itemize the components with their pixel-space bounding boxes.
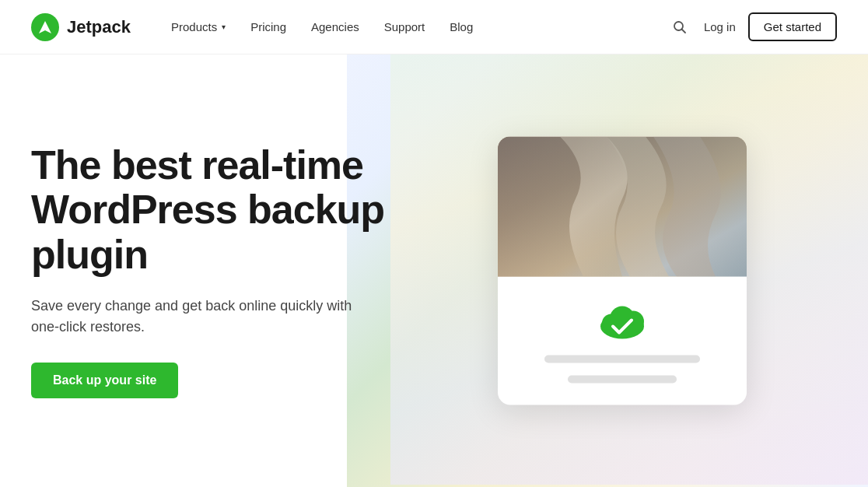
card-image-overlay xyxy=(498,137,747,277)
navbar: Jetpack Products ▾ Pricing Agencies Supp… xyxy=(0,0,868,54)
login-link[interactable]: Log in xyxy=(704,20,736,33)
svg-line-2 xyxy=(681,29,685,33)
main-content: The best real-time WordPress backup plug… xyxy=(0,54,868,487)
chevron-down-icon: ▾ xyxy=(222,23,226,31)
cloud-check-icon xyxy=(594,300,650,343)
card-line-long xyxy=(544,356,700,363)
nav-link-support[interactable]: Support xyxy=(375,16,435,38)
nav-link-pricing[interactable]: Pricing xyxy=(241,16,296,38)
nav-link-agencies[interactable]: Agencies xyxy=(302,16,369,38)
nav-right: Log in Get started xyxy=(668,12,837,41)
hero-visual xyxy=(474,54,837,487)
svg-marker-0 xyxy=(39,21,51,33)
hero-card xyxy=(498,137,747,405)
nav-links: Products ▾ Pricing Agencies Support Blog xyxy=(162,16,668,38)
card-image xyxy=(498,137,747,277)
logo-icon xyxy=(31,13,59,41)
hero-text: The best real-time WordPress backup plug… xyxy=(31,143,474,398)
cta-button[interactable]: Back up your site xyxy=(31,363,178,398)
logo-text: Jetpack xyxy=(67,17,131,37)
card-line-short xyxy=(568,376,677,384)
nav-link-products[interactable]: Products ▾ xyxy=(162,16,235,38)
card-body xyxy=(498,277,747,405)
search-button[interactable] xyxy=(668,16,691,39)
card-container xyxy=(490,107,754,434)
logo-area[interactable]: Jetpack xyxy=(31,13,131,41)
search-icon xyxy=(673,20,687,34)
hero-subtext: Save every change and get back online qu… xyxy=(31,296,358,338)
hero-headline: The best real-time WordPress backup plug… xyxy=(31,143,443,277)
get-started-button[interactable]: Get started xyxy=(748,12,837,41)
nav-link-blog[interactable]: Blog xyxy=(440,16,482,38)
